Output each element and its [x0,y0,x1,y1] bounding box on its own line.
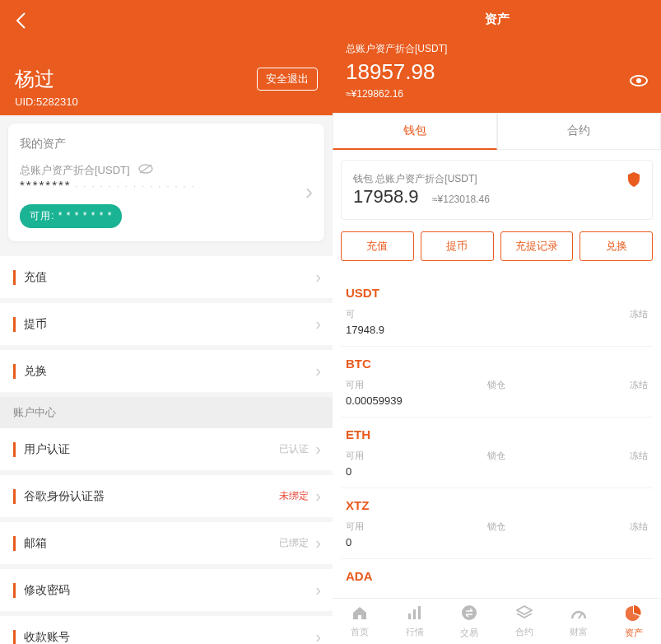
action-兑换[interactable]: 兑换 [580,231,653,261]
svg-line-8 [579,614,582,618]
swap-icon [461,604,477,625]
col-available-label: 可用 [346,520,446,533]
wallet-value: 17958.9 [353,186,419,207]
val-available: 0 [346,536,446,548]
col-locked-label: 锁仓 [446,379,547,391]
col-locked-label: 锁仓 [446,520,547,533]
menu-item-用户认证[interactable]: 用户认证已认证› [0,428,333,470]
nav-pie[interactable]: 资产 [607,599,662,644]
eye-slash-icon[interactable] [138,163,153,178]
chevron-right-icon: › [315,628,321,644]
uid-label: UID:5282310 [15,96,318,108]
col-frozen-label: 冻结 [547,379,648,391]
col-frozen-label: 冻结 [547,308,648,320]
username: 杨过 [15,66,54,92]
val-available: 0.00059939 [346,394,446,407]
nav-label: 交易 [460,627,478,639]
coin-symbol: USDT [346,286,648,300]
total-label: 总账户资产折合[USDT] [20,163,130,178]
menu-label: 修改密码 [13,583,70,598]
logout-button[interactable]: 安全退出 [257,68,318,91]
shield-icon[interactable] [627,172,640,190]
svg-rect-6 [418,606,421,619]
action-充提记录[interactable]: 充提记录 [500,231,574,261]
svg-rect-4 [408,614,411,619]
wallet-actions: 充值提币充提记录兑换 [341,231,653,261]
chevron-right-icon: › [315,581,321,600]
chevron-right-icon: › [315,268,321,287]
nav-label: 首页 [351,626,369,638]
menu-item-修改密码[interactable]: 修改密码› [0,569,333,611]
val-locked [446,394,547,407]
home-icon [351,605,368,624]
chevron-right-icon: › [315,487,321,506]
nav-label: 资产 [625,627,643,639]
val-available: 17948.9 [346,324,446,336]
val-frozen [547,394,648,407]
menu-item-谷歌身份认证器[interactable]: 谷歌身份认证器未绑定› [0,475,333,517]
menu-label: 充值 [13,270,47,285]
gauge-icon [570,605,587,624]
action-充值[interactable]: 充值 [341,231,414,261]
wallet-summary-card: 钱包 总账户资产折合[USDT] 17958.9 ≈¥123018.46 [341,160,653,220]
coin-row-ETH[interactable]: ETH可用锁仓冻结0 [341,418,653,488]
chevron-right-icon: › [305,179,313,205]
coin-symbol: XTZ [346,498,648,512]
masked-value: ******** [20,178,72,192]
coin-row-USDT[interactable]: USDT可冻结17948.9 [341,276,653,347]
account-menu: 用户认证已认证›谷歌身份认证器未绑定›邮箱已绑定›修改密码›收款账号› [0,428,333,644]
profile-header: 杨过 安全退出 UID:5282310 [0,0,333,115]
menu-item-提币[interactable]: 提币› [0,303,333,345]
wallet-label: 钱包 总账户资产折合[USDT] [353,172,640,186]
nav-chart[interactable]: 行情 [388,599,443,644]
menu-label: 兑换 [13,364,47,379]
nav-swap[interactable]: 交易 [442,599,497,644]
col-available-label: 可用 [346,450,446,462]
tab-contract[interactable]: 合约 [497,113,662,150]
action-提币[interactable]: 提币 [421,231,494,261]
val-locked [446,324,547,336]
nav-gauge[interactable]: 财富 [552,599,607,644]
val-frozen [547,465,648,478]
coin-row-XTZ[interactable]: XTZ可用锁仓冻结0 [341,488,653,559]
coin-list: USDT可冻结17948.9BTC可用锁仓冻结0.00059939ETH可用锁仓… [333,276,661,605]
val-available: 0 [346,465,446,478]
layers-icon [516,605,533,624]
col-locked-label [446,308,547,320]
masked-sub: · · · · · · · · · · · · · · · [75,181,196,191]
status-badge: 已认证 [279,442,309,456]
tab-wallet[interactable]: 钱包 [333,113,497,150]
menu-item-兑换[interactable]: 兑换› [0,350,333,392]
total-label: 总账户资产折合[USDT] [346,42,648,56]
coin-symbol: ADA [346,569,648,583]
assets-pane: 资产 总账户资产折合[USDT] 18957.98 ≈¥129862.16 钱包… [333,0,661,644]
chart-icon [407,605,423,624]
val-locked [446,536,547,548]
menu-item-收款账号[interactable]: 收款账号› [0,616,333,644]
wallet-tabs: 钱包 合约 [333,113,661,150]
my-assets-card[interactable]: 我的资产 总账户资产折合[USDT] ******** · · · · · · … [8,124,324,241]
nav-label: 合约 [515,626,533,638]
page-title: 资产 [346,12,648,27]
val-frozen [547,536,648,548]
total-cny: ≈¥129862.16 [346,88,648,100]
bottom-nav: 首页行情交易合约财富资产 [333,598,661,644]
eye-icon[interactable] [630,74,648,91]
menu-item-邮箱[interactable]: 邮箱已绑定› [0,522,333,564]
coin-symbol: ETH [346,427,648,441]
total-value: 18957.98 [346,59,648,85]
coin-row-BTC[interactable]: BTC可用锁仓冻结0.00059939 [341,347,653,418]
chevron-right-icon: › [315,315,321,334]
nav-label: 行情 [406,626,424,638]
val-locked [446,465,547,478]
nav-layers[interactable]: 合约 [497,599,552,644]
menu-label: 邮箱 [13,536,47,551]
menu-item-充值[interactable]: 充值› [0,256,333,298]
back-icon[interactable] [15,12,318,35]
menu-label: 用户认证 [13,442,70,457]
section-header: 账户中心 [0,397,333,428]
profile-pane: 杨过 安全退出 UID:5282310 我的资产 总账户资产折合[USDT] *… [0,0,333,644]
nav-home[interactable]: 首页 [333,599,388,644]
svg-rect-5 [413,609,416,619]
assets-header: 资产 总账户资产折合[USDT] 18957.98 ≈¥129862.16 [333,0,661,113]
